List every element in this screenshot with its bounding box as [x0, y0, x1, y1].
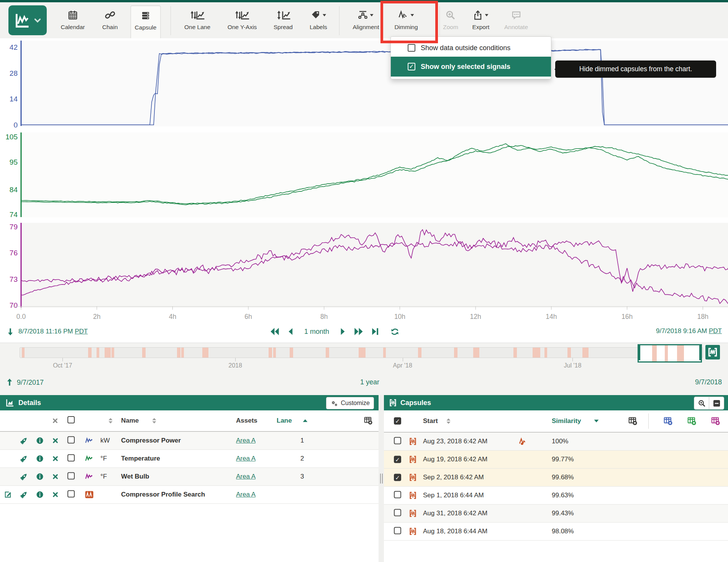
toolbar-button-export[interactable]: Export [469, 5, 494, 39]
select-all-capsules-checkbox[interactable]: ✓ [394, 417, 401, 425]
row-checkbox[interactable] [67, 454, 75, 462]
toolbar-button-labels[interactable]: Labels [306, 5, 331, 39]
panel-splitter[interactable] [379, 395, 384, 562]
step-forward-double-button[interactable] [354, 327, 364, 337]
toolbar-button-one-y-axis[interactable]: One Y-Axis [224, 5, 261, 39]
investigate-end-date[interactable]: 9/7/2018 [695, 378, 722, 386]
timezone-link[interactable]: PDT [75, 328, 88, 335]
capsule-row[interactable]: ✓ Sep 2, 2018 6:42 AM 99.68% [384, 469, 728, 487]
investigate-start-date[interactable]: 9/7/2017 [17, 379, 44, 387]
send-to-button[interactable] [20, 437, 28, 444]
capsule-checkbox[interactable] [394, 437, 401, 444]
step-forward-button[interactable] [338, 327, 347, 336]
asset-link[interactable]: Area A [236, 455, 256, 462]
details-row-compressor-power[interactable]: kW Compressor Power Area A 1 [0, 432, 379, 450]
move-range-down-button[interactable] [6, 327, 15, 336]
toolbar-button-annotate[interactable]: Annotate [500, 5, 532, 39]
row-checkbox[interactable] [67, 472, 75, 480]
item-info-button[interactable] [36, 491, 44, 498]
trend-chart[interactable]: 4228140105958474797673700.02h4h6h8h10h12… [0, 38, 728, 323]
capsule-checkbox[interactable]: ✓ [394, 456, 401, 463]
remove-item-button[interactable] [52, 492, 59, 498]
capsule-zoom-button[interactable] [694, 397, 709, 409]
range-duration-label[interactable]: 1 month [304, 328, 329, 336]
name-column-header[interactable]: Name [121, 417, 139, 425]
timeline-selection[interactable] [638, 344, 702, 363]
customize-button[interactable]: Customize [326, 397, 374, 409]
add-column-button[interactable] [628, 417, 637, 426]
sort-control[interactable] [446, 418, 451, 424]
capsule-checkbox[interactable]: ✓ [394, 474, 401, 481]
toolbar-button-chain[interactable]: Chain [98, 5, 122, 39]
capsule-row[interactable]: ✓ Aug 19, 2018 6:42 AM 99.77% [384, 451, 728, 469]
toolbar-button-spread[interactable]: Spread [270, 5, 297, 39]
capsule-bracket-icon [409, 474, 416, 481]
remove-item-button[interactable] [52, 474, 59, 480]
step-to-end-button[interactable] [371, 327, 380, 336]
asset-link[interactable]: Area A [236, 473, 256, 480]
refresh-button[interactable] [390, 327, 399, 336]
bottom-panels: Details Customize Name Assets Lane kW Co… [0, 395, 728, 562]
add-signal-column-magenta-button[interactable] [711, 417, 720, 426]
toolbar-button-zoom[interactable]: Zoom [439, 5, 462, 39]
send-to-button[interactable] [20, 455, 28, 462]
timeline-track[interactable] [20, 347, 703, 358]
details-row-wet-bulb[interactable]: °F Wet Bulb Area A 3 [0, 468, 379, 486]
edit-button[interactable] [4, 491, 12, 499]
item-info-button[interactable] [36, 473, 44, 480]
details-row-temperature[interactable]: °F Temperature Area A 2 [0, 450, 379, 468]
details-row-compressor-profile-search[interactable]: Compressor Profile Search Area A [0, 486, 379, 504]
capsule-row[interactable]: Aug 31, 2018 6:42 AM 99.43% [384, 505, 728, 523]
item-info-button[interactable] [36, 437, 44, 444]
menu-item-show-data-outside-conditions[interactable]: Show data outside conditions [391, 39, 551, 57]
capsules-panel: Capsules ✓ Start Similarity Aug 23, 2018… [384, 395, 728, 562]
timezone-link[interactable]: PDT [709, 327, 722, 335]
send-to-button[interactable] [20, 473, 28, 480]
similarity-column-header[interactable]: Similarity [552, 417, 581, 425]
toolbar-button-one-lane[interactable]: One Lane [180, 5, 214, 39]
selection-right-handle[interactable] [699, 344, 702, 360]
toolbar-button-capsule[interactable]: Capsule [131, 5, 161, 40]
toolbar-button-calendar[interactable]: Calendar [57, 5, 89, 39]
add-signal-column-green-button[interactable] [687, 417, 696, 426]
toolbar-button-alignment[interactable]: Alignment [349, 5, 383, 39]
start-column-header[interactable]: Start [423, 417, 438, 425]
asset-link[interactable]: Area A [236, 491, 256, 498]
assets-column-header[interactable]: Assets [236, 417, 257, 425]
timeline-capsule-button[interactable] [705, 345, 720, 359]
display-range-end[interactable]: 9/7/2018 9:16 AM PDT [656, 327, 722, 335]
item-info-button[interactable] [36, 455, 44, 462]
capsule-row[interactable]: Sep 1, 2018 6:44 AM 99.63% [384, 487, 728, 505]
send-to-button[interactable] [20, 491, 28, 498]
capsule-collapse-button[interactable] [709, 397, 724, 409]
asset-link[interactable]: Area A [236, 437, 256, 444]
row-checkbox[interactable] [67, 436, 75, 444]
toolbar-button-dimming[interactable]: Dimming [390, 5, 421, 39]
capsule-row[interactable]: Aug 18, 2018 6:44 AM 98.08% [384, 523, 728, 541]
add-signal-column-blue-button[interactable] [664, 417, 672, 426]
investigate-duration[interactable]: 1 year [360, 378, 379, 386]
row-checkbox[interactable] [67, 490, 75, 498]
step-back-button[interactable] [287, 327, 296, 336]
select-all-checkbox[interactable] [67, 416, 75, 423]
move-range-up-button[interactable] [5, 378, 14, 387]
trend-chart-svg[interactable]: 4228140105958474797673700.02h4h6h8h10h12… [0, 38, 728, 323]
sort-control[interactable] [108, 418, 113, 424]
capsule-checkbox[interactable] [394, 527, 401, 534]
selection-left-handle[interactable] [638, 344, 640, 360]
capsule-checkbox[interactable] [394, 509, 401, 516]
menu-item-show-only-selected-signals[interactable]: ✓ Show only selected signals [391, 57, 551, 77]
menu-item-checkbox[interactable] [408, 44, 415, 52]
remove-item-button[interactable] [52, 456, 59, 462]
menu-item-checkbox[interactable]: ✓ [408, 63, 415, 70]
remove-item-button[interactable] [52, 438, 59, 444]
workbench-logo-button[interactable] [8, 5, 47, 35]
capsule-checkbox[interactable] [394, 491, 401, 498]
display-range-start[interactable]: 8/7/2018 11:16 PM PDT [18, 328, 88, 335]
lane-column-header[interactable]: Lane [277, 417, 292, 425]
step-back-double-button[interactable] [270, 327, 280, 337]
sort-control[interactable] [152, 418, 157, 424]
sort-icon [446, 418, 451, 424]
capsule-row[interactable]: Aug 23, 2018 6:42 AM 100% [384, 433, 728, 451]
add-column-button[interactable] [364, 417, 372, 425]
